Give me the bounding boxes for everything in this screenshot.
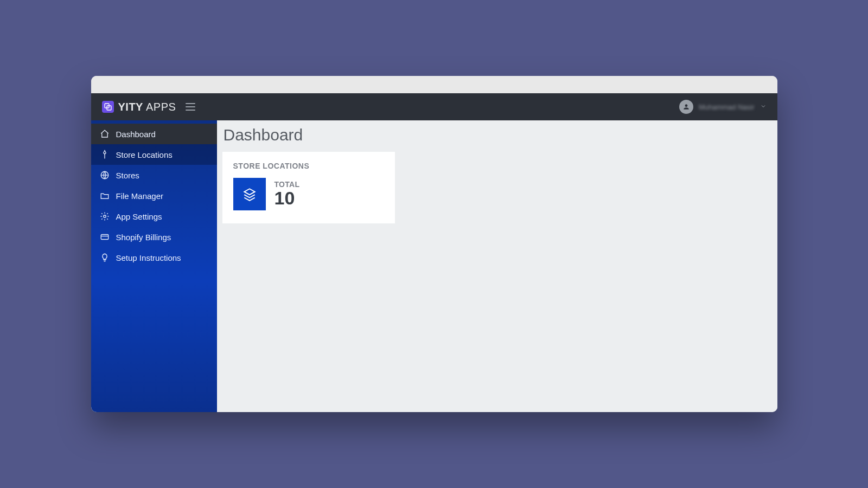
folder-icon [100,191,110,201]
svg-rect-5 [101,235,108,240]
layers-icon [233,178,266,210]
user-menu[interactable]: Muhammad Nasir [679,100,767,114]
lightbulb-icon [100,253,110,262]
sidebar-item-label: Dashboard [116,130,156,139]
sidebar-toggle-button[interactable] [186,103,195,111]
gear-icon [100,211,110,221]
svg-point-4 [103,215,106,218]
sidebar-item-dashboard[interactable]: Dashboard [91,124,217,144]
sidebar-item-label: App Settings [116,212,162,221]
sidebar-item-store-locations[interactable]: Store Locations [91,144,217,165]
sidebar-item-label: File Manager [116,191,164,201]
sidebar-item-setup-instructions[interactable]: Setup Instructions [91,247,217,268]
sidebar-item-label: Store Locations [116,150,173,159]
globe-icon [100,170,110,180]
pin-icon [100,150,110,159]
sidebar-item-label: Setup Instructions [116,253,181,262]
home-icon [100,129,110,139]
stat-body: TOTAL 10 [233,178,384,210]
page-title: Dashboard [224,126,772,144]
credit-card-icon [100,232,110,242]
stat-texts: TOTAL 10 [275,180,300,208]
svg-marker-7 [244,189,255,195]
sidebar-item-label: Stores [116,171,139,180]
brand-name-light: APPS [146,101,176,113]
topbar: YITY APPS Muhammad Nasir [91,93,777,120]
sidebar: Dashboard Store Locations Stores File Ma… [91,120,217,412]
content-row: Dashboard Store Locations Stores File Ma… [91,120,777,412]
brand-text: YITY APPS [118,101,176,113]
main-content: Dashboard STORE LOCATIONS TOTAL 10 [217,120,777,412]
chevron-down-icon [760,102,767,112]
sidebar-item-stores[interactable]: Stores [91,165,217,185]
brand-logo-icon [102,101,114,113]
sidebar-item-app-settings[interactable]: App Settings [91,206,217,227]
brand-name-bold: YITY [118,101,143,113]
browser-chrome [91,76,777,93]
stat-card-store-locations: STORE LOCATIONS TOTAL 10 [222,152,395,223]
app-window: YITY APPS Muhammad Nasir Dashboard [91,76,777,412]
user-display-name: Muhammad Nasir [699,103,755,111]
brand: YITY APPS [102,101,176,113]
sidebar-item-file-manager[interactable]: File Manager [91,185,217,206]
avatar [679,100,693,114]
sidebar-item-shopify-billings[interactable]: Shopify Billings [91,227,217,247]
card-header: STORE LOCATIONS [233,162,384,170]
stat-value: 10 [275,189,300,208]
sidebar-item-label: Shopify Billings [116,233,171,242]
